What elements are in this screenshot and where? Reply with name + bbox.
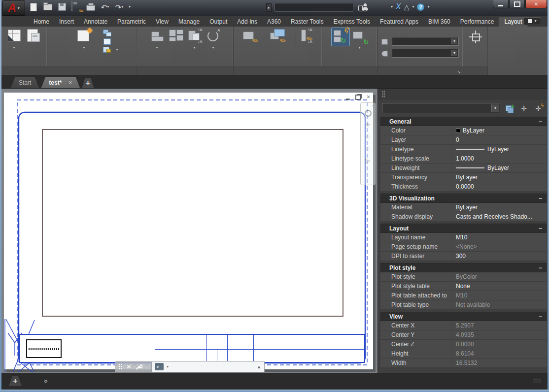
chevron-down-icon[interactable]: ▾ xyxy=(391,5,393,9)
maximize-button[interactable] xyxy=(509,0,525,8)
open-file-button[interactable] xyxy=(43,2,53,12)
save-as-button[interactable]: ✎ xyxy=(71,2,81,12)
property-value[interactable]: ByLayer xyxy=(452,163,547,172)
help-icon[interactable]: ? xyxy=(417,3,424,11)
property-value[interactable]: <None> xyxy=(452,242,547,251)
palette-header[interactable] xyxy=(378,89,549,100)
auto-update-button[interactable]: ϟ ↻ xyxy=(331,28,350,46)
drawing-area[interactable]: ▂ × × ✛ ○ ◌ ▷ xyxy=(0,89,377,373)
new-drawing-tab-button[interactable]: + xyxy=(82,78,94,88)
new-layout-button[interactable]: ▾ xyxy=(5,28,23,52)
ribbon-tab-raster-tools[interactable]: Raster Tools xyxy=(286,17,328,27)
undo-button[interactable]: ↶▾ xyxy=(100,2,110,12)
property-value[interactable]: 16.5132 xyxy=(452,359,547,367)
property-value[interactable]: ByColor xyxy=(452,272,547,281)
navigation-bar[interactable]: × ✛ ○ ◌ ▷ xyxy=(360,102,376,185)
ribbon-tab-featured-apps[interactable]: Featured Apps xyxy=(375,17,423,27)
page-setup-button[interactable] xyxy=(24,28,42,45)
doc-minimize-icon[interactable]: ▂ xyxy=(344,94,351,100)
pan-icon[interactable]: ✛ xyxy=(365,121,371,129)
close-icon[interactable]: ✕ xyxy=(126,363,132,370)
save-button[interactable] xyxy=(57,2,67,12)
projected-view-button[interactable] xyxy=(167,28,185,45)
style-dropdown-1[interactable]: ▾ xyxy=(392,37,459,46)
property-value[interactable]: M10 xyxy=(452,233,547,242)
collapse-icon[interactable]: − xyxy=(539,264,542,271)
property-value[interactable]: 5.2907 xyxy=(452,321,547,330)
property-value[interactable]: 0.0000 xyxy=(452,340,547,349)
ribbon-tab-a360[interactable]: A360 xyxy=(262,17,286,27)
section-header[interactable]: 3D Visualization− xyxy=(380,194,547,203)
ribbon-tab-bim-360[interactable]: BIM 360 xyxy=(423,17,455,27)
chevron-down-icon[interactable]: ▾ xyxy=(427,5,429,9)
doc-close-icon[interactable]: × xyxy=(365,94,372,100)
symbol-sketch-button[interactable]: ↑A ↓A ✎ xyxy=(297,28,315,45)
base-view-button[interactable]: ▾ xyxy=(148,28,166,52)
navbar-close-icon[interactable]: × xyxy=(372,103,374,108)
orbit-icon[interactable]: ◌ xyxy=(366,145,370,152)
collapse-icon[interactable]: − xyxy=(539,195,542,202)
file-tab-start[interactable]: Start xyxy=(11,77,39,88)
edit-view-button[interactable]: ✎ xyxy=(241,28,259,45)
clip-viewport-button[interactable] xyxy=(103,38,118,44)
select-mode-button[interactable] xyxy=(468,28,483,45)
section-view-button[interactable]: ↑A ↓A ▾ xyxy=(186,28,204,52)
property-value[interactable]: Casts and Receives Shado... xyxy=(452,212,547,221)
chevron-down-icon[interactable]: ▾ xyxy=(451,38,457,44)
property-value[interactable]: 1.0000 xyxy=(452,154,547,163)
select-objects-button[interactable]: ✛ xyxy=(519,104,529,113)
collapse-icon[interactable]: − xyxy=(539,118,542,125)
zoom-icon[interactable]: ○ xyxy=(366,133,370,140)
redo-button[interactable]: ↷▾ xyxy=(114,2,124,12)
new-file-button[interactable] xyxy=(29,2,38,12)
minimize-button[interactable] xyxy=(493,0,509,8)
close-file-tab-icon[interactable]: × xyxy=(69,79,72,86)
search-input[interactable] xyxy=(274,3,353,12)
property-value[interactable]: ByLayer xyxy=(452,203,547,212)
named-viewports-button[interactable] xyxy=(103,30,118,36)
quick-select-button[interactable]: ✛ϟ xyxy=(533,104,543,113)
property-value[interactable]: 300 xyxy=(452,252,547,261)
property-value[interactable]: M10 xyxy=(452,291,547,300)
exchange-apps-icon[interactable]: X xyxy=(396,2,401,11)
ribbon-tab-annotate[interactable]: Annotate xyxy=(79,17,112,27)
command-prompt-icon[interactable]: >_ xyxy=(155,363,164,370)
a360-icon[interactable]: △ xyxy=(404,3,410,11)
file-tab-test[interactable]: test*× xyxy=(41,77,80,88)
plot-button[interactable] xyxy=(86,2,96,12)
steering-wheel-icon[interactable] xyxy=(365,110,372,117)
ribbon-tab-parametric[interactable]: Parametric xyxy=(112,17,151,27)
section-header[interactable]: Plot style− xyxy=(380,263,547,272)
ribbon-tab-insert[interactable]: Insert xyxy=(54,17,79,27)
collapse-icon[interactable]: − xyxy=(539,225,542,232)
property-value[interactable]: ByLayer xyxy=(452,126,547,135)
property-value[interactable]: Not available xyxy=(452,300,547,309)
rectangular-viewport-button[interactable]: ▾ xyxy=(66,28,102,52)
command-input[interactable]: >_ ▾ ▲ xyxy=(151,361,265,372)
property-value[interactable]: ByLayer xyxy=(452,145,547,154)
qat-customize-button[interactable]: ▾ xyxy=(129,5,131,9)
property-value[interactable]: None xyxy=(452,282,547,291)
application-menu-button[interactable]: A ▾ xyxy=(2,0,25,16)
ribbon-display-toggle[interactable]: ▾ xyxy=(523,17,541,25)
ribbon-tab-add-ins[interactable]: Add-ins xyxy=(232,17,262,27)
edit-components-button[interactable]: ✎ xyxy=(260,28,296,45)
update-view-button[interactable]: ↻ ▾ xyxy=(351,28,369,52)
viewport-boundary[interactable] xyxy=(42,130,343,316)
layout-tabs-overflow-icon[interactable]: » xyxy=(42,379,50,383)
collapse-icon[interactable]: − xyxy=(539,313,542,320)
section-header[interactable]: View− xyxy=(380,312,547,321)
detail-view-button[interactable]: A ▾ xyxy=(205,28,222,52)
chevron-down-icon[interactable]: ▾ xyxy=(167,364,169,369)
showmotion-icon[interactable]: ▷ xyxy=(366,157,371,164)
property-value[interactable]: 4.0935 xyxy=(452,330,547,339)
ribbon-tab-view[interactable]: View xyxy=(151,17,173,27)
chevron-down-icon[interactable]: ▾ xyxy=(491,104,499,112)
ribbon-tab-output[interactable]: Output xyxy=(205,17,232,27)
customize-wrench-icon[interactable] xyxy=(136,363,142,370)
toggle-pickadd-button[interactable]: + xyxy=(505,104,515,113)
property-value[interactable]: ByLayer xyxy=(452,173,547,182)
new-layout-tab-button[interactable]: + xyxy=(9,376,22,386)
ribbon-tab-manage[interactable]: Manage xyxy=(173,17,205,27)
ribbon-tab-express-tools[interactable]: Express Tools xyxy=(329,17,375,27)
